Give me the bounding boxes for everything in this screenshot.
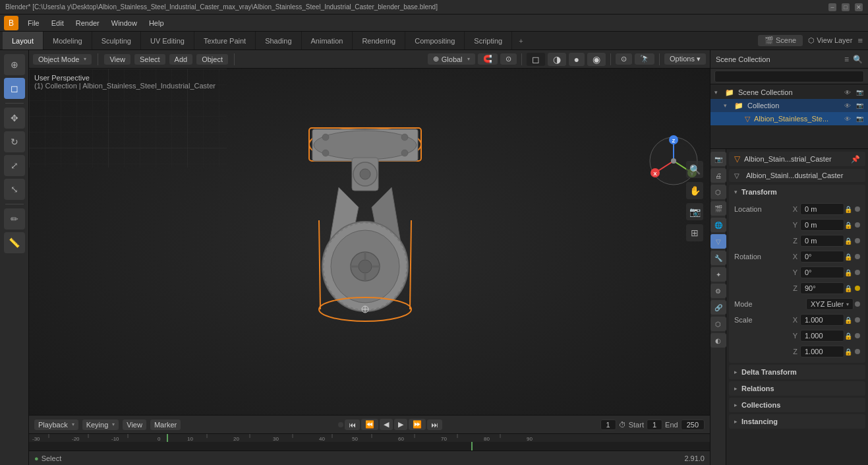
collections-header[interactable]: ▸ Collections xyxy=(729,398,865,412)
viewport-gizmos[interactable]: 🔭 xyxy=(635,53,654,65)
location-x-keyframe[interactable] xyxy=(855,206,860,212)
select-menu[interactable]: Select xyxy=(134,54,165,65)
scale-tool[interactable]: ⤢ xyxy=(4,155,25,176)
add-menu[interactable]: Add xyxy=(169,54,193,65)
close-button[interactable]: ✕ xyxy=(855,3,863,11)
scale-z-keyframe[interactable] xyxy=(855,349,860,354)
timeline-body[interactable]: -30 -20 -10 0 10 20 30 40 xyxy=(29,434,710,450)
scale-z-field[interactable]: 1.000 xyxy=(800,346,844,357)
tab-modeling[interactable]: Modeling xyxy=(43,32,92,49)
add-workspace-button[interactable]: + xyxy=(512,32,529,49)
props-tab-world[interactable]: 🌐 xyxy=(710,218,726,232)
viewport-shading-wire[interactable]: ◻ xyxy=(527,53,545,66)
tab-scripting[interactable]: Scripting xyxy=(465,32,512,49)
props-tab-particles[interactable]: ✦ xyxy=(710,267,726,282)
outliner-search-input[interactable] xyxy=(714,71,864,82)
start-frame-input[interactable]: 1 xyxy=(647,419,662,430)
props-tab-scene[interactable]: 🎬 xyxy=(710,201,726,216)
scale-x-lock[interactable]: 🔒 xyxy=(844,317,854,324)
rotation-z-keyframe[interactable] xyxy=(855,286,860,291)
props-tab-object[interactable]: ▽ xyxy=(710,234,726,249)
props-tab-view-layer[interactable]: ⬡ xyxy=(710,185,726,199)
timeline-track[interactable] xyxy=(29,442,710,450)
scale-x-field[interactable]: 1.000 xyxy=(800,314,844,326)
menu-window[interactable]: Window xyxy=(106,18,142,28)
menu-edit[interactable]: Edit xyxy=(46,18,69,28)
location-z-field[interactable]: 0 m xyxy=(800,235,844,247)
scene-collection-vis[interactable]: 👁 xyxy=(843,88,852,97)
grid-view-button[interactable]: ⊞ xyxy=(686,224,703,241)
select-tool[interactable]: ◻ xyxy=(4,78,25,99)
viewport-shading-material[interactable]: ● xyxy=(569,53,585,66)
props-tab-constraints[interactable]: 🔗 xyxy=(710,300,726,315)
rotation-y-field[interactable]: 0° xyxy=(800,266,844,278)
marker-menu[interactable]: Marker xyxy=(150,419,181,430)
pin-object-button[interactable]: 📌 xyxy=(851,155,860,164)
play-button[interactable]: ▶ xyxy=(394,419,407,430)
current-frame-input[interactable]: 1 xyxy=(600,419,616,430)
tab-uv-editing[interactable]: UV Editing xyxy=(141,32,194,49)
options-menu[interactable]: Options ▾ xyxy=(664,53,706,65)
props-tab-output[interactable]: 🖨 xyxy=(710,168,726,183)
scale-y-lock[interactable]: 🔒 xyxy=(844,332,854,340)
playback-menu[interactable]: Playback ▾ xyxy=(34,419,78,430)
instancing-header[interactable]: ▸ Instancing xyxy=(729,414,865,429)
viewlayer-selector[interactable]: ⬡ View Layer xyxy=(808,36,852,45)
jump-prev-button[interactable]: ⏪ xyxy=(361,419,378,430)
location-y-field[interactable]: 0 m xyxy=(800,219,844,231)
rotation-y-lock[interactable]: 🔒 xyxy=(844,269,854,276)
annotate-tool[interactable]: ✏ xyxy=(4,208,25,230)
location-z-lock[interactable]: 🔒 xyxy=(844,237,854,245)
data-block-selector[interactable]: ▽ xyxy=(734,172,739,179)
rotation-z-lock[interactable]: 🔒 xyxy=(844,285,854,292)
transform-tool[interactable]: ⤡ xyxy=(4,179,25,200)
cursor-tool[interactable]: ⊕ xyxy=(4,54,25,75)
scale-y-field[interactable]: 1.000 xyxy=(800,330,844,342)
move-tool[interactable]: ✥ xyxy=(4,108,25,129)
rotate-tool[interactable]: ↻ xyxy=(4,131,25,152)
menu-render[interactable]: Render xyxy=(71,18,105,28)
zoom-in-button[interactable]: 🔍 xyxy=(686,161,703,178)
location-y-keyframe[interactable] xyxy=(855,222,860,228)
outliner-scene-collection[interactable]: ▾ 📁 Scene Collection 👁 📷 xyxy=(710,86,868,99)
location-x-field[interactable]: 0 m xyxy=(800,203,844,215)
snap-controls[interactable]: 🧲 xyxy=(478,53,498,65)
jump-start-button[interactable]: ⏮ xyxy=(345,419,360,430)
rotation-mode-field[interactable]: XYZ Euler ▾ xyxy=(806,298,854,310)
minimize-button[interactable]: – xyxy=(828,3,836,11)
tab-layout[interactable]: Layout xyxy=(3,32,43,49)
transform-section-header[interactable]: ▾ Transform xyxy=(729,185,865,199)
tab-animation[interactable]: Animation xyxy=(302,32,353,49)
object-render-toggle[interactable]: 📷 xyxy=(855,114,864,123)
props-tab-material[interactable]: ◐ xyxy=(710,333,726,348)
object-mode-selector[interactable]: Object Mode ▾ xyxy=(33,54,92,65)
pan-button[interactable]: ✋ xyxy=(686,182,703,199)
tab-shading[interactable]: Shading xyxy=(256,32,301,49)
scale-x-keyframe[interactable] xyxy=(855,317,860,323)
scale-y-keyframe[interactable] xyxy=(855,333,860,338)
jump-end-button[interactable]: ⏭ xyxy=(427,419,442,430)
viewport-canvas[interactable]: User Perspective (1) Collection | Albion… xyxy=(29,69,710,415)
rotation-x-lock[interactable]: 🔒 xyxy=(844,253,854,261)
props-tab-render[interactable]: 📷 xyxy=(710,152,726,166)
rotation-mode-keyframe[interactable] xyxy=(855,301,860,307)
collection-vis-toggle[interactable]: 👁 xyxy=(843,101,852,110)
proportional-editing[interactable]: ⊙ xyxy=(500,53,517,65)
filter-btn[interactable]: ≡ xyxy=(844,55,849,64)
tab-rendering[interactable]: Rendering xyxy=(353,32,405,49)
viewport-shading-rendered[interactable]: ◉ xyxy=(587,53,606,66)
tab-compositing[interactable]: Compositing xyxy=(405,32,465,49)
tab-texture-paint[interactable]: Texture Paint xyxy=(194,32,256,49)
camera-view-button[interactable]: 📷 xyxy=(686,203,703,220)
scene-selector[interactable]: 🎬 Scene xyxy=(758,35,803,46)
play-reverse-button[interactable]: ◀ xyxy=(380,419,393,430)
autokey-button[interactable] xyxy=(338,422,343,427)
delta-transform-header[interactable]: ▸ Delta Transform xyxy=(729,365,865,379)
view-menu-timeline[interactable]: View xyxy=(123,419,146,430)
viewport-shading-solid[interactable]: ◑ xyxy=(548,53,566,66)
search-btn[interactable]: 🔍 xyxy=(853,55,863,64)
tab-sculpting[interactable]: Sculpting xyxy=(92,32,141,49)
maximize-button[interactable]: □ xyxy=(842,3,850,11)
outliner-object[interactable]: ▾ ▽ Albion_Stainless_Ste... 👁 📷 xyxy=(710,112,868,125)
scene-collection-render[interactable]: 📷 xyxy=(855,88,864,97)
